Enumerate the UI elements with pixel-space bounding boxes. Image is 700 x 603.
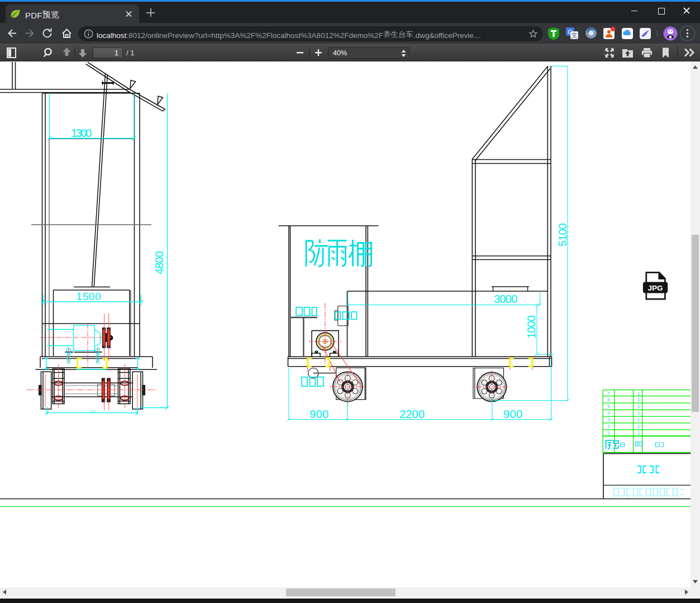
svg-text:1300: 1300: [71, 127, 92, 139]
svg-text:文: 文: [572, 32, 578, 39]
svg-text:1: 1: [607, 430, 610, 436]
svg-text:900: 900: [503, 408, 522, 420]
svg-text:1: 1: [637, 430, 640, 436]
svg-text:1: 1: [637, 410, 640, 416]
svg-text:5: 5: [607, 403, 610, 409]
svg-text:1: 1: [637, 403, 640, 409]
svg-text:900: 900: [309, 408, 328, 420]
svg-text:4800: 4800: [153, 251, 165, 274]
svg-text:2: 2: [607, 424, 610, 429]
svg-text:1: 1: [637, 424, 640, 429]
svg-text:1435: 1435: [89, 410, 96, 413]
svg-text:3: 3: [607, 417, 610, 422]
svg-text:5100: 5100: [556, 223, 569, 246]
svg-text:7: 7: [607, 391, 610, 396]
svg-text:JPG: JPG: [647, 284, 663, 292]
svg-text:2200: 2200: [399, 408, 425, 420]
svg-text:1: 1: [637, 417, 640, 422]
svg-text:4: 4: [607, 410, 610, 416]
svg-text:6: 6: [607, 397, 610, 402]
svg-text:1000: 1000: [525, 315, 537, 339]
svg-text:/ 1: / 1: [126, 49, 134, 57]
svg-text:3000: 3000: [494, 293, 517, 305]
svg-text:1: 1: [637, 397, 640, 402]
svg-text:1: 1: [637, 391, 640, 396]
svg-text:1500: 1500: [77, 291, 101, 302]
